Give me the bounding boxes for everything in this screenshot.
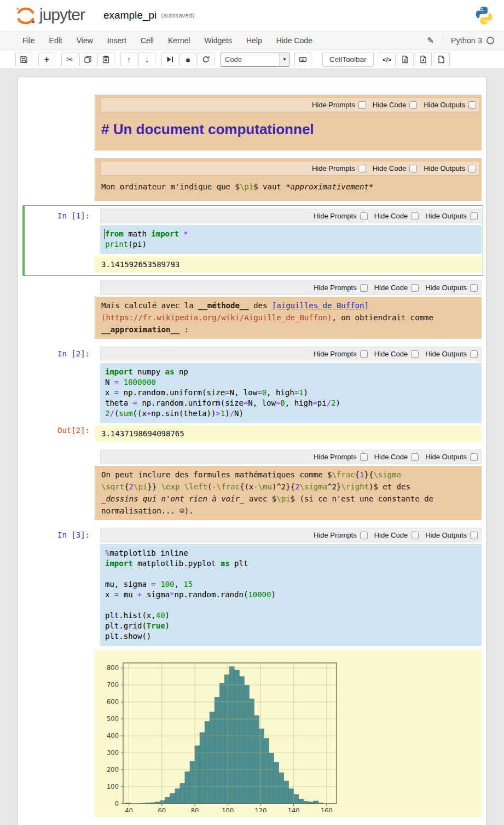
hide-prompts-checkbox[interactable]	[360, 453, 368, 461]
histogram-bar	[170, 793, 175, 804]
celltoolbar-button[interactable]: CellToolbar	[322, 53, 374, 67]
hide-code-checkbox[interactable]	[409, 101, 417, 109]
menu-item-kernel[interactable]: Kernel	[161, 32, 197, 49]
code-input-area[interactable]: from math import *print(pi)	[100, 225, 482, 254]
code-view-button[interactable]: </>	[379, 53, 396, 66]
python-logo-icon	[474, 5, 494, 26]
hide-prompts-checkbox[interactable]	[360, 284, 368, 292]
markdown-source[interactable]: # Un document computationnel	[95, 114, 480, 146]
save-button[interactable]	[15, 53, 32, 66]
app-header: jupyter example_pi (autosaved)	[0, 0, 504, 31]
jupyter-logo-icon	[15, 4, 36, 26]
menu-item-edit[interactable]: Edit	[42, 32, 69, 49]
hide-outputs-label: Hide Outputs	[425, 350, 467, 358]
add-cell-button[interactable]: +	[38, 53, 55, 66]
menu-item-insert[interactable]: Insert	[100, 32, 134, 49]
markdown-source[interactable]: On peut inclure des formules mathématiqu…	[95, 466, 482, 520]
menu-item-cell[interactable]: Cell	[134, 32, 161, 49]
save-icon	[20, 55, 28, 64]
hide-code-label: Hide Code	[374, 350, 408, 358]
hide-outputs-checkbox[interactable]	[470, 212, 478, 220]
hide-prompts-checkbox[interactable]	[360, 212, 368, 220]
jupyter-logo[interactable]: jupyter	[15, 4, 85, 26]
token-plain: )	[165, 611, 170, 620]
stop-button[interactable]: ■	[179, 53, 196, 66]
code-cell[interactable]: In [3]:Hide PromptsHide CodeHide Outputs…	[22, 524, 483, 821]
markdown-source[interactable]: Mon ordinateur m'indique que $\pi$ vaut …	[95, 178, 480, 196]
markdown-source-wrapper: On peut inclure des formules mathématiqu…	[95, 466, 482, 520]
copy-button[interactable]	[79, 53, 96, 66]
code-input-area[interactable]: %matplotlib inlineimport matplotlib.pypl…	[100, 544, 482, 646]
markdown-cell[interactable]: Hide PromptsHide CodeHide OutputsMon ord…	[22, 155, 483, 204]
token-op: /	[109, 409, 114, 418]
histogram-bar	[175, 789, 180, 804]
markdown-line: Mon ordinateur m'indique que $\pi$ vaut …	[101, 181, 474, 193]
token-latex: \mu	[258, 482, 272, 491]
restart-button[interactable]	[198, 53, 215, 66]
markdown-line: Mais calculé avec la __méthode__ des [ai…	[101, 299, 476, 311]
move-up-button[interactable]: ↑	[120, 53, 137, 66]
blank-view-button[interactable]	[433, 53, 450, 66]
code-input-area[interactable]: import numpy as npN = 1000000x = np.rand…	[100, 363, 482, 423]
notebook-title[interactable]: example_pi	[103, 9, 157, 21]
run-button[interactable]	[161, 53, 178, 66]
x-tick-label: 160	[321, 807, 333, 812]
hide-code-checkbox[interactable]	[411, 284, 419, 292]
menu-item-help[interactable]: Help	[239, 32, 269, 49]
menu-item-hide-code[interactable]: Hide Code	[269, 32, 320, 49]
hide-outputs-checkbox[interactable]	[470, 453, 478, 461]
token-plain: matplotlib inline	[109, 549, 188, 557]
menu-item-file[interactable]: File	[15, 32, 42, 49]
hide-code-checkbox[interactable]	[411, 350, 419, 358]
histogram-bar	[224, 675, 229, 804]
toolbar-group	[294, 53, 312, 67]
markdown-line: \sqrt{2\pi}} \exp \left(-\frac{(x-\mu)^2…	[101, 481, 476, 493]
token-link: [aiguilles de Buffon]	[272, 301, 369, 310]
hide-prompts-checkbox[interactable]	[358, 101, 366, 109]
hide-outputs-checkbox[interactable]	[470, 284, 478, 292]
hide-outputs-checkbox[interactable]	[470, 532, 478, 539]
hide-code-checkbox[interactable]	[411, 453, 419, 461]
paste-button[interactable]	[97, 53, 114, 66]
code-cell[interactable]: In [1]:Hide PromptsHide CodeHide Outputs…	[22, 205, 483, 276]
cell-row: In [3]:Hide PromptsHide CodeHide Outputs…	[26, 528, 482, 817]
notebook-toolbar: +✂↑↓■ Code ▼ CellToolbar</>	[0, 50, 504, 69]
hide-outputs-checkbox[interactable]	[468, 165, 476, 172]
hide-outputs-checkbox[interactable]	[470, 350, 478, 358]
token-plain: On peut inclure des formules mathématiqu…	[101, 470, 332, 479]
hide-code-checkbox[interactable]	[411, 532, 419, 539]
cell-toolbar: Hide PromptsHide CodeHide Outputs	[100, 528, 482, 543]
hide-prompts-checkbox[interactable]	[360, 350, 368, 358]
token-plain: np	[174, 367, 188, 376]
hide-prompts-checkbox[interactable]	[360, 532, 368, 539]
markdown-source[interactable]: Mais calculé avec la __méthode__ des [ai…	[95, 297, 482, 339]
token-url: (https://fr.wikipedia.org/wiki/Aiguille_…	[101, 313, 332, 322]
cut-button[interactable]: ✂	[61, 53, 78, 66]
hide-prompts-checkbox[interactable]	[358, 165, 366, 172]
hide-code-checkbox[interactable]	[409, 165, 417, 172]
hide-code-checkbox[interactable]	[411, 212, 419, 220]
markdown-cell[interactable]: Hide PromptsHide CodeHide Outputs# Un do…	[22, 91, 483, 154]
move-down-button[interactable]: ↓	[138, 53, 155, 66]
histogram-bar	[259, 729, 264, 804]
markdown-cell[interactable]: Hide PromptsHide CodeHide OutputsMais ca…	[22, 277, 483, 342]
token-plain: sigma	[142, 590, 170, 599]
token-op: /	[327, 399, 331, 407]
token-plain: )	[165, 621, 170, 630]
markdown-line: normalisation... ☺).	[101, 505, 476, 517]
hide-prompts-label: Hide Prompts	[314, 350, 357, 358]
doc-view-button[interactable]	[397, 53, 414, 66]
hide-outputs-checkbox[interactable]	[468, 101, 476, 109]
code-cell[interactable]: In [2]:Out[2]:Hide PromptsHide CodeHide …	[22, 343, 483, 445]
code-line: print(pi)	[105, 239, 477, 250]
token-kw: as	[165, 367, 175, 376]
token-latex: \sqrt	[101, 482, 124, 491]
keyboard-button[interactable]	[294, 53, 311, 66]
markdown-cell[interactable]: Hide PromptsHide CodeHide OutputsOn peut…	[22, 446, 483, 523]
menu-item-view[interactable]: View	[69, 32, 100, 49]
menu-item-widgets[interactable]: Widgets	[197, 32, 239, 49]
cell-type-select[interactable]: Code ▼	[221, 53, 289, 67]
x-tick-label: 60	[158, 807, 166, 812]
token-plain: ^2}	[327, 482, 341, 491]
pdf-view-button[interactable]	[415, 53, 432, 66]
